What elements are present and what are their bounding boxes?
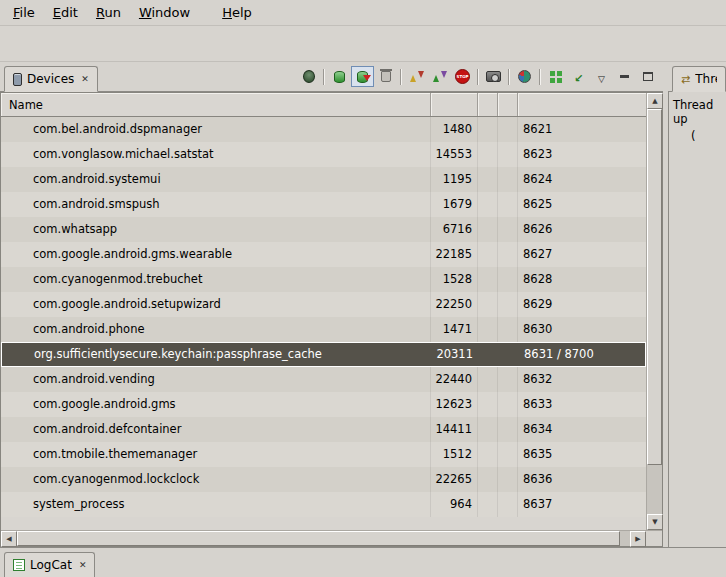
graph-arrow-icon <box>574 67 583 86</box>
maximize-button[interactable] <box>636 66 659 87</box>
method-profiling-icon <box>433 70 447 83</box>
menubar: File Edit Run Window Help <box>0 0 726 26</box>
port-cell: 8633 <box>518 392 646 417</box>
column-header-a[interactable] <box>478 93 498 116</box>
debug-process-button[interactable] <box>297 66 320 87</box>
menu-edit[interactable]: Edit <box>44 1 87 24</box>
scroll-right-button[interactable]: ▶ <box>630 531 646 547</box>
pid-cell: 22265 <box>431 467 478 492</box>
spacer-cell <box>478 267 498 292</box>
table-row[interactable]: com.google.android.gms 12623 8633 <box>1 392 646 417</box>
chevron-down-icon <box>598 67 605 86</box>
column-header-port[interactable] <box>518 93 646 116</box>
grid-icon <box>550 71 562 83</box>
column-header-name[interactable]: Name <box>1 93 431 116</box>
spacer-cell <box>478 367 498 392</box>
table-row[interactable]: com.whatsapp 6716 8626 <box>1 217 646 242</box>
table-row[interactable]: com.cyanogenmod.trebuchet 1528 8628 <box>1 267 646 292</box>
update-heap-button[interactable] <box>328 66 351 87</box>
horizontal-scrollbar[interactable]: ◀ ▶ <box>1 531 646 546</box>
tab-threads[interactable]: Threads <box>672 66 726 92</box>
vertical-scroll-track[interactable] <box>647 109 662 514</box>
scroll-left-button[interactable]: ◀ <box>1 531 17 547</box>
close-icon[interactable]: ✕ <box>79 75 89 84</box>
table-row[interactable]: com.tmobile.thememanager 1512 8635 <box>1 442 646 467</box>
spacer-cell <box>478 442 498 467</box>
scrollbar-corner <box>646 531 662 546</box>
method-profiling-button[interactable] <box>428 66 451 87</box>
pid-cell: 1512 <box>431 442 478 467</box>
system-info-button[interactable] <box>513 66 536 87</box>
spacer-cell <box>478 492 498 517</box>
pid-cell: 14553 <box>431 142 478 167</box>
pid-cell: 1480 <box>431 117 478 142</box>
tab-devices[interactable]: Devices ✕ <box>4 66 98 92</box>
table-header: Name <box>1 93 646 117</box>
minimize-icon <box>620 75 629 78</box>
table-row[interactable]: com.android.smspush 1679 8625 <box>1 192 646 217</box>
horizontal-scroll-thumb[interactable] <box>17 531 620 546</box>
spacer-cell <box>478 192 498 217</box>
pid-cell: 1471 <box>431 317 478 342</box>
toolbar-separator <box>400 69 402 85</box>
spacer-cell <box>498 317 518 342</box>
process-name-cell: system_process <box>1 492 431 517</box>
spacer-cell <box>498 142 518 167</box>
vertical-scroll-thumb[interactable] <box>647 109 662 465</box>
screen-capture-button[interactable] <box>482 66 505 87</box>
threads-message: Thread up ( <box>668 92 726 547</box>
scroll-up-button[interactable]: ▲ <box>647 93 663 109</box>
tab-logcat[interactable]: LogCat ✕ <box>4 552 95 577</box>
menu-window[interactable]: Window <box>130 1 199 24</box>
update-threads-button[interactable] <box>405 66 428 87</box>
process-name-cell: com.google.android.gms.wearable <box>1 242 431 267</box>
table-row[interactable]: com.vonglasow.michael.satstat 14553 8623 <box>1 142 646 167</box>
process-name-cell: com.cyanogenmod.trebuchet <box>1 267 431 292</box>
close-icon[interactable]: ✕ <box>77 561 87 570</box>
table-row[interactable]: com.google.android.setupwizard 22250 862… <box>1 292 646 317</box>
spacer-cell <box>498 117 518 142</box>
main-toolbar <box>0 26 726 62</box>
spacer-cell <box>498 467 518 492</box>
spacer-cell <box>478 317 498 342</box>
port-cell: 8631 / 8700 <box>519 343 645 366</box>
toolbar-separator <box>539 69 541 85</box>
table-row[interactable]: com.android.defcontainer 14411 8634 <box>1 417 646 442</box>
table-row[interactable]: com.google.android.gms.wearable 22185 86… <box>1 242 646 267</box>
horizontal-scroll-track[interactable] <box>17 531 630 546</box>
view-menu-button[interactable] <box>590 66 613 87</box>
stop-process-button[interactable] <box>451 66 474 87</box>
capture-systrace-button[interactable] <box>544 66 567 87</box>
stop-icon <box>455 69 470 84</box>
spacer-cell <box>498 217 518 242</box>
spacer-cell <box>479 343 499 366</box>
minimize-button[interactable] <box>613 66 636 87</box>
hprof-icon <box>357 71 368 83</box>
column-header-b[interactable] <box>498 93 518 116</box>
port-cell: 8623 <box>518 142 646 167</box>
table-row[interactable]: com.bel.android.dspmanager 1480 8621 <box>1 117 646 142</box>
device-icon <box>13 73 22 86</box>
scroll-down-button[interactable]: ▼ <box>647 514 663 530</box>
menu-help[interactable]: Help <box>213 1 261 24</box>
table-row[interactable]: system_process 964 8637 <box>1 492 646 517</box>
opengl-trace-button[interactable] <box>567 66 590 87</box>
table-row[interactable]: com.android.phone 1471 8630 <box>1 317 646 342</box>
spacer-cell <box>478 242 498 267</box>
menu-file[interactable]: File <box>4 1 44 24</box>
cause-gc-button[interactable] <box>374 66 397 87</box>
menu-run[interactable]: Run <box>87 1 130 24</box>
table-row[interactable]: org.sufficientlysecure.keychain:passphra… <box>1 342 646 367</box>
pid-cell: 22185 <box>431 242 478 267</box>
dump-hprof-button[interactable] <box>351 66 374 87</box>
spacer-cell <box>498 492 518 517</box>
column-header-pid[interactable] <box>431 93 478 116</box>
table-row[interactable]: com.android.vending 22440 8632 <box>1 367 646 392</box>
threads-message-line1: Thread up <box>673 98 726 126</box>
port-cell: 8627 <box>518 242 646 267</box>
vertical-scrollbar[interactable]: ▲ ▼ <box>646 93 662 530</box>
table-row[interactable]: com.android.systemui 1195 8624 <box>1 167 646 192</box>
table-row[interactable]: com.cyanogenmod.lockclock 22265 8636 <box>1 467 646 492</box>
port-cell: 8625 <box>518 192 646 217</box>
ddms-window: File Edit Run Window Help Devices ✕ <box>0 0 726 577</box>
